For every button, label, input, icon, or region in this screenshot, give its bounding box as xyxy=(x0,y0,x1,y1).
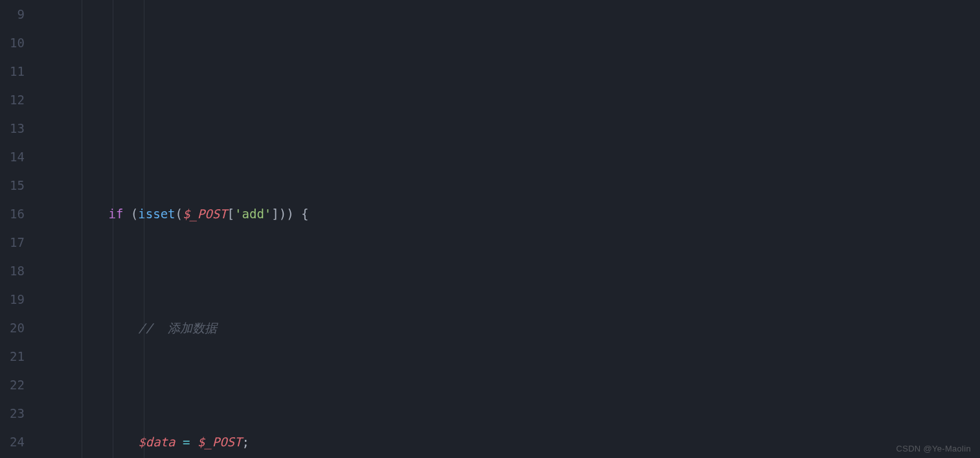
line-number: 11 xyxy=(0,57,25,86)
line-number: 12 xyxy=(0,86,25,114)
code-area[interactable]: if (isset($_POST['add'])) { // 添加数据 $dat… xyxy=(38,0,980,458)
line-number: 20 xyxy=(0,314,25,342)
line-number: 17 xyxy=(0,228,25,257)
line-number: 24 xyxy=(0,428,25,456)
watermark: CSDN @Ye-Maolin xyxy=(896,444,971,454)
code-editor: 9101112131415161718192021222324 if (isse… xyxy=(0,0,980,458)
line-number: 10 xyxy=(0,29,25,57)
indent-guide xyxy=(144,0,144,458)
line-number: 14 xyxy=(0,143,25,171)
line-number-gutter: 9101112131415161718192021222324 xyxy=(0,0,38,458)
indent-guide xyxy=(82,0,82,458)
line-number: 9 xyxy=(0,0,25,29)
line-number: 21 xyxy=(0,342,25,371)
line-number: 22 xyxy=(0,371,25,399)
line-number: 13 xyxy=(0,114,25,143)
line-number: 15 xyxy=(0,171,25,200)
line-number: 19 xyxy=(0,285,25,314)
indent-guide xyxy=(113,0,113,458)
code-line: $data = $_POST; xyxy=(49,428,980,456)
code-line: // 添加数据 xyxy=(49,314,980,342)
line-number: 23 xyxy=(0,399,25,428)
code-line: if (isset($_POST['add'])) { xyxy=(49,200,980,228)
line-number: 18 xyxy=(0,257,25,285)
line-number: 16 xyxy=(0,200,25,228)
